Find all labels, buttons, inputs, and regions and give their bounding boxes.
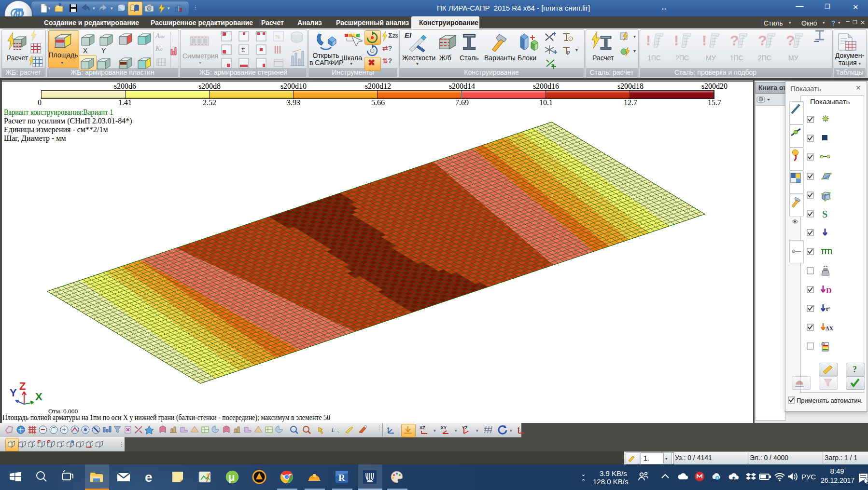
svg-text:Z: Z bbox=[19, 381, 26, 392]
svg-text:1: 1 bbox=[866, 478, 868, 484]
svg-text:P: P bbox=[567, 50, 570, 56]
svg-text:S: S bbox=[822, 209, 827, 219]
svg-text:!: ! bbox=[646, 32, 651, 48]
svg-text:ΔX: ΔX bbox=[826, 325, 834, 332]
svg-text:YZ: YZ bbox=[462, 425, 468, 430]
svg-text:R: R bbox=[338, 473, 345, 483]
svg-text:μ: μ bbox=[228, 471, 235, 483]
svg-text:?: ? bbox=[786, 32, 795, 48]
svg-text:%: % bbox=[275, 33, 280, 40]
svg-text:Σ: Σ bbox=[241, 46, 245, 54]
svg-text:X: X bbox=[35, 391, 42, 403]
svg-text:t°: t° bbox=[826, 305, 831, 313]
svg-text:D: D bbox=[826, 286, 832, 295]
svg-text:XY: XY bbox=[441, 425, 447, 430]
svg-text:L: L bbox=[332, 426, 335, 434]
svg-text:!: ! bbox=[702, 32, 707, 48]
svg-text:e: e bbox=[145, 470, 153, 485]
svg-text:?: ? bbox=[730, 32, 739, 48]
svg-text:Y: Y bbox=[10, 387, 17, 399]
svg-text:!: ! bbox=[674, 32, 679, 48]
svg-text:?: ? bbox=[758, 32, 767, 48]
svg-text:?: ? bbox=[853, 365, 857, 374]
svg-text:XZ: XZ bbox=[420, 425, 425, 430]
